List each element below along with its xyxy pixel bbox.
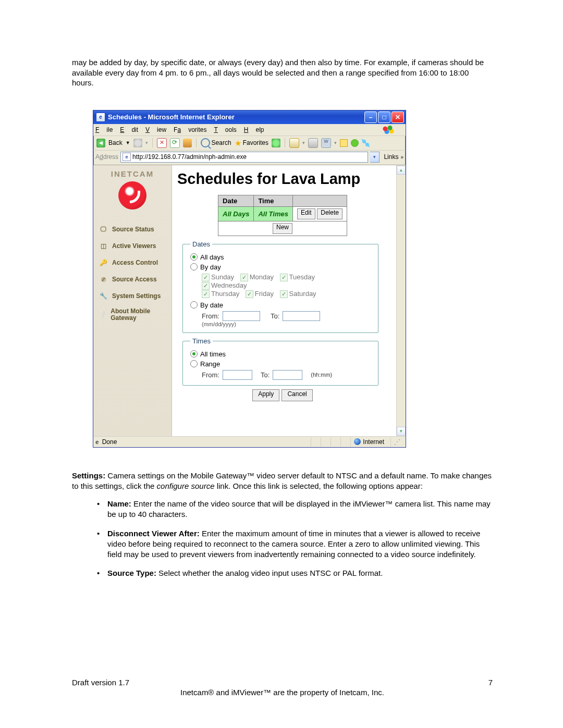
status-zone: Internet: [350, 437, 387, 447]
checkbox-monday[interactable]: ✓: [240, 274, 248, 281]
status-cell: [311, 437, 317, 447]
delete-button[interactable]: Delete: [317, 208, 342, 219]
sidebar-item-access-control[interactable]: 🔑 Access Control: [93, 254, 172, 271]
radio-by-day[interactable]: By day: [190, 263, 373, 271]
to-time-input[interactable]: [273, 370, 302, 380]
page-number: 7: [488, 678, 493, 687]
new-button[interactable]: New: [273, 223, 292, 234]
dates-fieldset: Dates All days By day ✓Sunday ✓Monday ✓T…: [182, 240, 378, 333]
windows-flag-icon: [381, 125, 396, 134]
menu-edit[interactable]: Edit: [120, 126, 138, 133]
address-bar: Address e http://192.168.0.77/admin/nph-…: [93, 151, 406, 165]
checkbox-wednesday[interactable]: ✓: [202, 282, 210, 290]
notes-button[interactable]: [340, 139, 348, 147]
sidebar-item-label: Access Control: [112, 259, 158, 266]
scroll-up-icon[interactable]: ▴: [397, 166, 406, 175]
menu-tools[interactable]: Tools: [214, 126, 236, 133]
sidebar-item-about[interactable]: ❔ About Mobile Gateway: [93, 304, 172, 326]
source-access-icon: ⎚: [99, 275, 108, 284]
titlebar: e Schedules - Microsoft Internet Explore…: [93, 110, 406, 124]
radio-all-times[interactable]: All times: [190, 350, 373, 358]
day-label: Saturday: [289, 290, 316, 298]
checkbox-tuesday[interactable]: ✓: [280, 274, 288, 281]
edit-button[interactable]: W: [321, 138, 331, 148]
toolbar-divider: [196, 138, 197, 147]
links-label[interactable]: Links: [384, 153, 398, 161]
links-expand-icon[interactable]: »: [400, 154, 403, 160]
sidebar-item-system-settings[interactable]: 🔧 System Settings: [93, 288, 172, 304]
radio-label: Range: [200, 360, 220, 368]
address-dropdown[interactable]: ▾: [370, 152, 380, 163]
radio-by-date[interactable]: By date: [190, 301, 373, 309]
page-favicon-icon: e: [95, 438, 99, 445]
mail-dropdown-icon[interactable]: ▾: [302, 140, 305, 145]
status-bar: e Done Internet ⋰: [93, 436, 406, 447]
intro-paragraph: may be added by day, by specific date, o…: [72, 57, 493, 88]
checkbox-thursday[interactable]: ✓: [202, 290, 210, 298]
close-button[interactable]: ✕: [391, 112, 404, 123]
resize-grip-icon[interactable]: ⋰: [390, 437, 403, 447]
menu-file[interactable]: File: [95, 126, 113, 133]
favorites-button[interactable]: ★ Favorites: [235, 139, 268, 147]
back-label[interactable]: Back: [108, 139, 123, 146]
forward-dropdown-icon[interactable]: ▾: [145, 140, 148, 145]
day-label: Tuesday: [289, 273, 315, 281]
edit-button[interactable]: Edit: [297, 208, 315, 219]
sidebar-item-active-viewers[interactable]: ◫ Active Viewers: [93, 238, 172, 254]
checkbox-friday[interactable]: ✓: [246, 290, 253, 298]
checkbox-sunday[interactable]: ✓: [202, 274, 210, 281]
menu-help[interactable]: Help: [244, 126, 264, 133]
icq-button[interactable]: [351, 139, 359, 147]
page-title: Schedules for Lava Lamp: [177, 170, 388, 188]
monitor-icon: 🖵: [99, 225, 108, 234]
edit-dropdown-icon[interactable]: ▾: [334, 140, 337, 145]
brand-logo-icon: [118, 181, 146, 209]
messenger-button[interactable]: [362, 139, 370, 147]
menu-view[interactable]: View: [145, 126, 166, 133]
help-icon: ❔: [99, 310, 106, 319]
draft-version: Draft version 1.7: [72, 678, 129, 687]
settings-paragraph: Settings: Camera settings on the Mobile …: [72, 471, 493, 492]
menubar: File Edit View Favorites Tools Help: [93, 124, 406, 136]
cell-date: All Days: [218, 206, 254, 221]
sidebar-item-label: Active Viewers: [112, 242, 156, 250]
page-footer: Draft version 1.7 7 Inetcam® and iMViewe…: [72, 678, 493, 697]
wrench-icon: 🔧: [99, 291, 108, 301]
sidebar-item-label: Source Status: [112, 226, 154, 233]
from-time-input[interactable]: [223, 370, 252, 380]
radio-icon: [190, 350, 198, 357]
ie-icon: e: [96, 113, 105, 122]
day-label: Wednesday: [211, 281, 247, 289]
scroll-down-icon[interactable]: ▾: [397, 427, 406, 436]
radio-all-days[interactable]: All days: [190, 253, 373, 261]
status-cell: [331, 437, 337, 447]
address-input[interactable]: e http://192.168.0.77/admin/nph-admin.ex…: [120, 152, 368, 163]
menu-favorites[interactable]: Favorites: [174, 126, 206, 133]
forward-button[interactable]: [133, 139, 142, 147]
mail-button[interactable]: [289, 138, 299, 148]
apply-button[interactable]: Apply: [252, 389, 279, 401]
sidebar: INETCAM 🖵 Source Status ◫ Active Viewers…: [93, 165, 172, 436]
sidebar-item-source-status[interactable]: 🖵 Source Status: [93, 221, 172, 238]
media-button[interactable]: [272, 139, 280, 147]
minimize-button[interactable]: –: [364, 112, 377, 123]
maximize-button[interactable]: □: [378, 112, 390, 123]
address-label: Address: [95, 153, 118, 161]
vertical-scrollbar[interactable]: ▴ ▾: [396, 165, 406, 436]
stop-button[interactable]: ✕: [157, 138, 167, 148]
from-date-input[interactable]: [223, 311, 260, 321]
refresh-button[interactable]: ⟳: [170, 138, 180, 148]
checkbox-saturday[interactable]: ✓: [280, 290, 288, 298]
sidebar-item-source-access[interactable]: ⎚ Source Access: [93, 271, 172, 288]
back-dropdown-icon[interactable]: ▼: [126, 140, 130, 145]
to-date-input[interactable]: [283, 311, 320, 321]
radio-range[interactable]: Range: [190, 360, 373, 368]
toolbar-divider: [285, 138, 285, 147]
search-button[interactable]: Search: [201, 138, 231, 147]
home-button[interactable]: [183, 139, 192, 147]
toolbar-divider: [152, 138, 153, 147]
back-button[interactable]: ◄: [96, 139, 105, 147]
radio-label: All times: [200, 350, 226, 358]
print-button[interactable]: [308, 138, 318, 148]
cancel-button[interactable]: Cancel: [282, 389, 312, 401]
